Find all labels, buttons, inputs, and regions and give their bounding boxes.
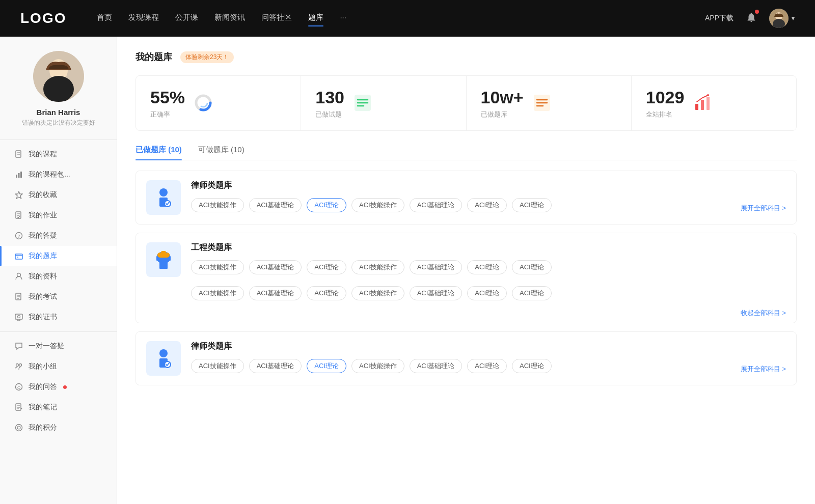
tag-eng-r2-0[interactable]: ACI技能操作 (191, 286, 244, 300)
user-avatar-button[interactable]: ▾ (769, 9, 795, 28)
sidebar-item-my-bank[interactable]: 我的题库 (0, 246, 117, 266)
tag-eng-r1-5[interactable]: ACI理论 (467, 260, 507, 274)
lawyer-icon-2 (152, 347, 175, 370)
logo: LOGO (20, 10, 66, 26)
nav-open-course[interactable]: 公开课 (175, 13, 198, 24)
tab-done-banks[interactable]: 已做题库 (10) (135, 145, 182, 160)
nav-menu: 首页 发现课程 公开课 新闻资讯 问答社区 题库 ··· (97, 13, 685, 24)
sidebar-label-my-profile: 我的资料 (29, 272, 57, 281)
tag-lawyer-2-0[interactable]: ACI技能操作 (191, 359, 244, 373)
sidebar-item-my-favorites[interactable]: 我的收藏 (0, 185, 117, 205)
tag-lawyer-2-5[interactable]: ACI理论 (467, 359, 507, 373)
tag-eng-r2-5[interactable]: ACI理论 (467, 286, 507, 300)
tag-eng-r2-2[interactable]: ACI理论 (307, 286, 346, 300)
stat-rank-label: 全站排名 (646, 110, 685, 119)
bank-tags-row1-engineering: ACI技能操作 ACI基础理论 ACI理论 ACI技能操作 ACI基础理论 AC… (191, 260, 786, 274)
sidebar-menu: 我的课程 我的课程包... 我的收藏 我的作业 (0, 144, 117, 438)
sidebar-item-my-profile[interactable]: 我的资料 (0, 266, 117, 287)
tag-lawyer-1-0[interactable]: ACI技能操作 (191, 198, 244, 212)
sidebar-item-one-on-one[interactable]: 一对一答疑 (0, 336, 117, 356)
tag-eng-r2-6[interactable]: ACI理论 (512, 286, 552, 300)
nav-qa[interactable]: 问答社区 (261, 13, 292, 24)
bank-name-lawyer-1: 律师类题库 (191, 180, 730, 191)
stat-accuracy-text: 55% 正确率 (150, 87, 185, 119)
avatar-chevron-icon: ▾ (792, 15, 795, 22)
bank-name-engineering: 工程类题库 (191, 242, 786, 253)
doc-icon (14, 211, 23, 220)
tag-eng-r1-4[interactable]: ACI基础理论 (410, 260, 463, 274)
tag-lawyer-2-4[interactable]: ACI基础理论 (410, 359, 463, 373)
svg-rect-10 (18, 173, 20, 178)
sidebar-item-my-qa[interactable]: Q 我的问答 (0, 377, 117, 397)
collapse-engineering-button[interactable]: 收起全部科目 > (136, 309, 796, 323)
page-title: 我的题库 (135, 51, 172, 63)
tag-eng-r2-3[interactable]: ACI技能操作 (351, 286, 404, 300)
svg-rect-26 (15, 314, 22, 319)
sidebar-item-my-group[interactable]: 我的小组 (0, 356, 117, 377)
tag-lawyer-2-1[interactable]: ACI基础理论 (249, 359, 302, 373)
tag-lawyer-1-6[interactable]: ACI理论 (512, 198, 552, 212)
tag-lawyer-1-5[interactable]: ACI理论 (467, 198, 507, 212)
app-download-button[interactable]: APP下载 (705, 14, 734, 23)
tag-lawyer-1-3[interactable]: ACI技能操作 (351, 198, 404, 212)
svg-marker-12 (15, 191, 22, 199)
tab-todo-banks[interactable]: 可做题库 (10) (198, 145, 244, 160)
sidebar-item-my-cert[interactable]: 我的证书 (0, 307, 117, 327)
sidebar-item-my-questions[interactable]: ? 我的答疑 (0, 226, 117, 246)
bank-card-lawyer-1: 律师类题库 ACI技能操作 ACI基础理论 ACI理论 ACI技能操作 ACI基… (135, 171, 797, 225)
svg-rect-63 (159, 263, 168, 269)
sidebar-item-my-score[interactable]: 我的积分 (0, 417, 117, 438)
sidebar-item-my-homework[interactable]: 我的作业 (0, 205, 117, 226)
tag-eng-r1-2[interactable]: ACI理论 (307, 260, 346, 274)
sidebar: Brian Harris 错误的决定比没有决定要好 我的课程 我的课程包... (0, 37, 117, 504)
nav-home[interactable]: 首页 (97, 13, 112, 24)
sidebar-item-my-package[interactable]: 我的课程包... (0, 164, 117, 185)
tag-eng-r2-1[interactable]: ACI基础理论 (249, 286, 302, 300)
stat-done-questions-number: 130 (315, 87, 344, 108)
notification-badge (755, 10, 759, 14)
tag-eng-r1-3[interactable]: ACI技能操作 (351, 260, 404, 274)
sidebar-divider-mid (0, 331, 117, 332)
tag-lawyer-2-2[interactable]: ACI理论 (307, 359, 346, 373)
score-icon (14, 423, 23, 432)
tag-eng-r2-4[interactable]: ACI基础理论 (410, 286, 463, 300)
tag-eng-r1-1[interactable]: ACI基础理论 (249, 260, 302, 274)
tag-lawyer-1-2[interactable]: ACI理论 (307, 198, 346, 212)
donut-chart-icon (194, 93, 213, 113)
expand-lawyer-1-button[interactable]: 展开全部科目 > (741, 204, 786, 215)
tag-lawyer-2-6[interactable]: ACI理论 (512, 359, 552, 373)
bank-name-lawyer-2: 律师类题库 (191, 341, 730, 352)
tag-lawyer-1-1[interactable]: ACI基础理论 (249, 198, 302, 212)
stat-accuracy-icon (193, 93, 213, 113)
sidebar-item-my-course[interactable]: 我的课程 (0, 144, 117, 164)
stat-accuracy-label: 正确率 (150, 110, 185, 119)
bank-card-header-lawyer-2: 律师类题库 ACI技能操作 ACI基础理论 ACI理论 ACI技能操作 ACI基… (136, 332, 796, 385)
main-content: 我的题库 体验剩余23天！ 55% 正确率 (117, 37, 815, 504)
tag-lawyer-1-4[interactable]: ACI基础理论 (410, 198, 463, 212)
sidebar-item-my-exam[interactable]: 我的考试 (0, 287, 117, 307)
chat-icon (14, 342, 23, 351)
nav-bank[interactable]: 题库 (308, 13, 323, 24)
svg-point-44 (199, 99, 207, 107)
sidebar-label-my-package: 我的课程包... (29, 170, 70, 179)
stat-done-questions-label: 已做试题 (315, 110, 344, 119)
file2-icon (14, 292, 23, 301)
svg-point-32 (19, 364, 22, 367)
nav-discover[interactable]: 发现课程 (128, 13, 159, 24)
stat-done-questions: 130 已做试题 (301, 76, 466, 130)
expand-lawyer-2-button[interactable]: 展开全部科目 > (741, 365, 786, 376)
bank-card-header-engineering: 工程类题库 ACI技能操作 ACI基础理论 ACI理论 ACI技能操作 ACI基… (136, 233, 796, 286)
tag-eng-r1-0[interactable]: ACI技能操作 (191, 260, 244, 274)
nav-news[interactable]: 新闻资讯 (214, 13, 245, 24)
stats-row: 55% 正确率 130 已做试题 (135, 75, 797, 131)
sidebar-label-my-course: 我的课程 (29, 150, 57, 159)
nav-more[interactable]: ··· (340, 13, 346, 24)
tag-eng-r1-6[interactable]: ACI理论 (512, 260, 552, 274)
stat-accuracy-number: 55% (150, 87, 185, 108)
notification-bell[interactable] (746, 12, 757, 25)
sidebar-label-one-on-one: 一对一答疑 (29, 342, 64, 351)
tag-lawyer-2-3[interactable]: ACI技能操作 (351, 359, 404, 373)
sidebar-item-my-notes[interactable]: 我的笔记 (0, 397, 117, 417)
bar-red-icon (693, 94, 712, 112)
note-icon (14, 403, 23, 412)
